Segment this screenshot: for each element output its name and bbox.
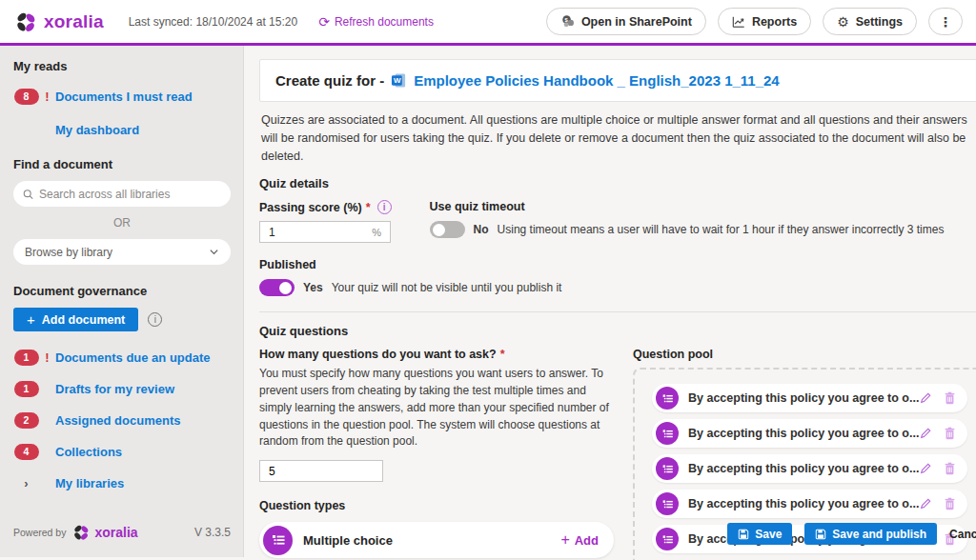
xoralia-pinwheel-icon [13,10,38,34]
edit-question-button[interactable] [919,462,932,475]
question-pool-row: By accepting this policy you agree to o.… [652,384,967,412]
document-link[interactable]: Employee Policies Handbook _ English_202… [414,72,780,89]
word-document-icon: W [391,72,407,89]
reports-chart-icon [732,15,745,29]
open-in-sharepoint-button[interactable]: s Open in SharePoint [546,8,706,35]
quiz-questions-heading: Quiz questions [259,324,976,338]
add-multiple-choice-button[interactable]: + Add [560,532,599,548]
edit-question-button[interactable] [919,497,932,510]
add-document-info-icon[interactable]: i [148,312,162,327]
passing-score-label: Passing score (%) [259,201,362,214]
edit-question-button[interactable] [919,427,932,440]
edit-question-button[interactable] [919,391,932,405]
must-read-count-badge: 8 [14,89,39,105]
question-text: By accepting this policy you agree to o.… [688,462,919,475]
delete-question-button[interactable] [944,462,956,475]
svg-text:s: s [564,16,568,23]
pencil-icon [919,462,932,475]
question-count-label: How many questions do you want to ask? [259,348,497,361]
published-label: Published [259,258,316,271]
percent-suffix: % [372,227,381,238]
cancel-button[interactable]: Cancel [949,528,976,541]
timeout-state: No [474,223,489,236]
search-input[interactable] [39,188,221,201]
drafts-label: Drafts for my review [55,382,174,396]
or-separator: OR [13,216,231,230]
refresh-documents-label: Refresh documents [335,15,434,29]
more-options-button[interactable]: ⋮ [928,8,963,35]
published-toggle[interactable] [259,279,295,296]
save-label: Save [755,528,782,541]
sidebar-item-collections[interactable]: 4 Collections [13,443,231,460]
multiple-choice-label: Multiple choice [303,533,560,548]
quiz-details-heading: Quiz details [259,176,976,190]
question-count-input[interactable] [269,465,374,478]
open-in-sharepoint-label: Open in SharePoint [581,15,692,29]
passing-score-input[interactable] [269,226,372,239]
sidebar-item-documents-i-must-read[interactable]: 8 ! Documents I must read [13,88,231,105]
save-button[interactable]: Save [727,523,792,545]
timeout-toggle[interactable] [430,221,465,238]
collections-label: Collections [55,445,122,459]
required-asterisk: * [366,201,371,214]
published-field: Published Yes Your quiz will not be visi… [259,258,976,296]
question-count-column: How many questions do you want to ask?* … [259,348,614,560]
question-count-hint: You must specify how many questions you … [259,366,614,450]
question-types-heading: Question types [259,499,614,512]
save-floppy-icon [738,529,749,540]
main-panel: Create quiz for - W Employee Policies Ha… [244,46,976,557]
multiple-choice-card[interactable]: Multiple choice + Add [259,522,614,558]
save-and-publish-button[interactable]: Save and publish [804,523,937,545]
pencil-icon [919,427,932,440]
refresh-icon: ⟳ [318,15,330,29]
version-label: V 3.3.5 [194,526,231,539]
sidebar-footer: Powered by xoralia V 3.3.5 [0,523,243,557]
kebab-icon: ⋮ [939,15,952,29]
sidebar-item-my-dashboard[interactable]: My dashboard [13,121,231,138]
passing-score-info-icon[interactable]: i [377,200,392,214]
save-and-publish-label: Save and publish [832,528,926,541]
my-libraries-label: My libraries [55,476,124,490]
plus-icon: + [560,532,569,548]
question-pool-row: By accepting this policy you agree to o.… [652,419,967,448]
settings-button[interactable]: ⚙ Settings [823,8,917,35]
library-search-box[interactable] [13,181,231,207]
trash-icon [944,391,956,405]
assigned-count-badge: 2 [14,412,39,429]
quiz-timeout-field: Use quiz timeout No Using timeout means … [430,200,945,238]
delete-question-button[interactable] [944,497,956,510]
find-a-document-heading: Find a document [13,157,231,171]
delete-question-button[interactable] [944,391,956,405]
sidebar-item-drafts-for-review[interactable]: 1 Drafts for my review [13,380,231,397]
reports-button[interactable]: Reports [718,8,811,35]
multiple-choice-icon [656,528,679,550]
assigned-label: Assigned documents [55,413,180,428]
browse-by-library-select[interactable]: Browse by library [13,239,231,265]
sidebar-item-documents-due-update[interactable]: 1 ! Documents due an update [13,349,231,366]
top-bar: xoralia Last synced: 18/10/2024 at 15:20… [0,0,976,46]
sidebar-item-my-libraries[interactable]: › My libraries [13,474,231,491]
timeout-hint: Using timeout means a user will have to … [498,223,945,236]
multiple-choice-icon [656,492,679,515]
sidebar: My reads 8 ! Documents I must read My da… [0,46,244,557]
save-floppy-icon [815,529,826,540]
gear-icon: ⚙ [837,15,849,29]
published-hint: Your quiz will not be visible until you … [332,281,562,294]
delete-question-button[interactable] [944,427,956,440]
refresh-documents-link[interactable]: ⟳ Refresh documents [318,15,434,29]
multiple-choice-icon [656,422,679,445]
section-divider [259,311,976,312]
form-actions: Save Save and publish Cancel [727,523,976,545]
quiz-title-card: Create quiz for - W Employee Policies Ha… [259,59,976,102]
page-title: Create quiz for - [275,72,384,89]
sidebar-item-assigned-documents[interactable]: 2 Assigned documents [13,411,231,429]
timeout-label: Use quiz timeout [430,200,525,213]
add-document-button[interactable]: + Add document [13,308,138,331]
trash-icon [944,427,956,440]
my-reads-heading: My reads [13,59,231,73]
reports-label: Reports [752,15,797,29]
footer-brand-name: xoralia [94,525,137,540]
multiple-choice-icon [263,526,293,555]
collections-count-badge: 4 [14,444,39,460]
trash-icon [944,462,956,475]
